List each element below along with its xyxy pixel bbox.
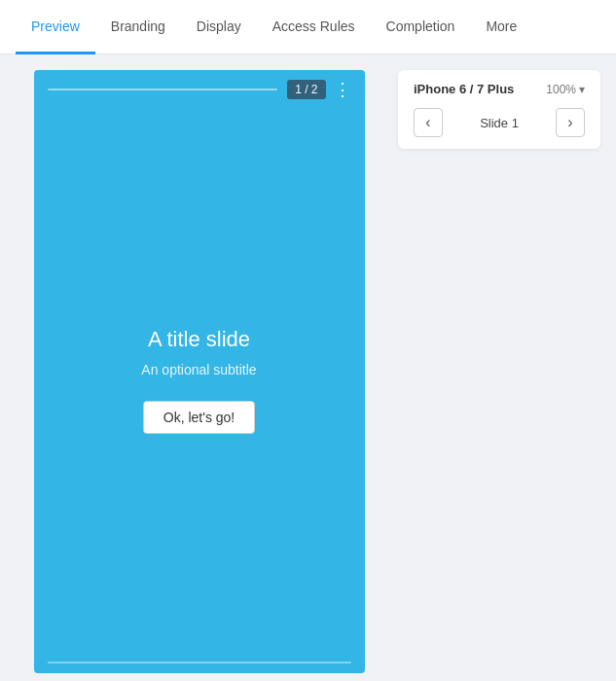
preview-panel: 1 / 2 ⋮ A title slide An optional subtit… bbox=[0, 54, 382, 681]
device-header: iPhone 6 / 7 Plus 100% ▾ bbox=[414, 82, 585, 96]
chevron-down-icon: ▾ bbox=[579, 83, 585, 96]
tab-completion[interactable]: Completion bbox=[371, 1, 471, 54]
slide-title: A title slide bbox=[148, 327, 250, 352]
right-panel: iPhone 6 / 7 Plus 100% ▾ ‹ Slide 1 › bbox=[382, 54, 616, 681]
tab-preview[interactable]: Preview bbox=[16, 1, 95, 54]
tab-access-rules[interactable]: Access Rules bbox=[257, 1, 371, 54]
top-nav: Preview Branding Display Access Rules Co… bbox=[0, 0, 616, 54]
more-dots-button[interactable]: ⋮ bbox=[334, 81, 351, 98]
next-slide-button[interactable]: › bbox=[556, 108, 585, 137]
slide-content: A title slide An optional subtitle Ok, l… bbox=[34, 109, 365, 652]
slide-counter: 1 / 2 bbox=[287, 80, 325, 99]
slide-label: Slide 1 bbox=[480, 116, 519, 130]
slide-navigation: ‹ Slide 1 › bbox=[414, 108, 585, 137]
slide-cta-button[interactable]: Ok, let's go! bbox=[143, 401, 255, 434]
device-card: iPhone 6 / 7 Plus 100% ▾ ‹ Slide 1 › bbox=[398, 70, 600, 149]
tab-display[interactable]: Display bbox=[181, 1, 257, 54]
progress-line bbox=[48, 89, 278, 90]
zoom-selector[interactable]: 100% ▾ bbox=[546, 83, 585, 96]
tab-more[interactable]: More bbox=[470, 1, 532, 54]
tab-branding[interactable]: Branding bbox=[95, 1, 181, 54]
phone-top-bar: 1 / 2 ⋮ bbox=[34, 70, 365, 109]
phone-bottom-bar bbox=[34, 652, 365, 673]
phone-frame: 1 / 2 ⋮ A title slide An optional subtit… bbox=[34, 70, 365, 673]
prev-slide-button[interactable]: ‹ bbox=[414, 108, 443, 137]
main-content: 1 / 2 ⋮ A title slide An optional subtit… bbox=[0, 54, 616, 681]
bottom-line bbox=[48, 662, 351, 663]
slide-subtitle: An optional subtitle bbox=[141, 362, 256, 377]
device-name: iPhone 6 / 7 Plus bbox=[414, 82, 514, 96]
